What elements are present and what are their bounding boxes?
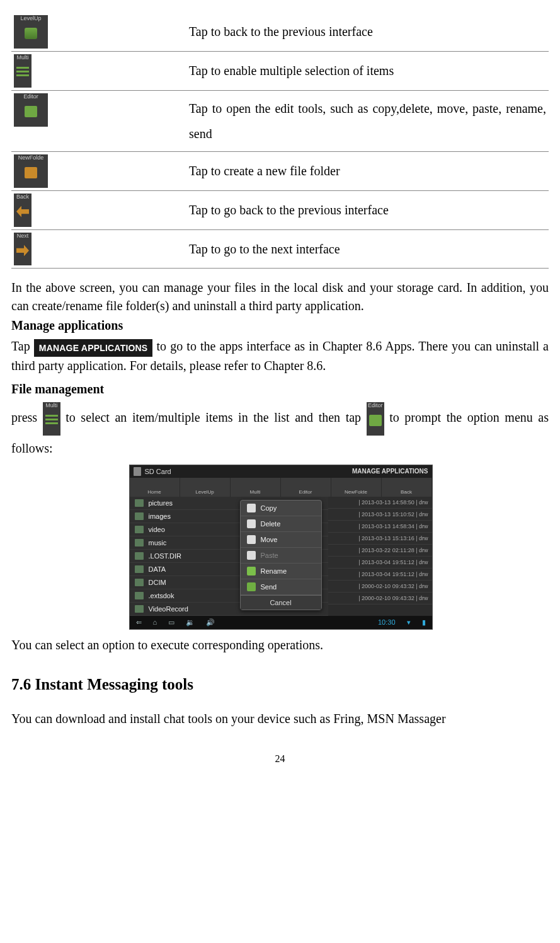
- toolbar-home[interactable]: Home: [130, 478, 180, 497]
- copy-icon: [247, 504, 256, 512]
- icon-description: Tap to enable multiple selection of item…: [186, 51, 549, 90]
- mid-text: to select an item/multiple items in the …: [66, 410, 366, 424]
- menu-label: Move: [261, 536, 278, 543]
- file-name: DATA: [149, 565, 166, 573]
- file-name: DCIM: [149, 579, 166, 586]
- file-meta: | 2013-03-04 19:51:12 | drw: [328, 557, 432, 569]
- back-icon: Back: [14, 194, 31, 227]
- shot-topbar: SD Card MANAGE APPLICATIONS: [130, 465, 432, 478]
- icon-label: Next: [14, 233, 31, 240]
- table-row: MultiTap to enable multiple selection of…: [11, 51, 549, 90]
- folder-icon: [135, 579, 144, 586]
- last-paragraph: You can download and install chat tools …: [11, 710, 549, 728]
- manage-apps-paragraph: Tap MANAGE APPLICATIONS to go to the app…: [11, 337, 549, 375]
- delete-icon: [247, 519, 256, 528]
- menu-item-delete[interactable]: Delete: [241, 516, 321, 532]
- editor-icon: Editor: [367, 402, 384, 436]
- icon-label: Multi: [14, 54, 31, 61]
- levelup-icon: LevelUp: [14, 15, 48, 49]
- send-icon: [247, 582, 256, 591]
- menu-label: Rename: [261, 567, 287, 575]
- folder-icon: [135, 539, 144, 547]
- next-icon: Next: [14, 233, 31, 266]
- manage-apps-heading: Manage applications: [11, 318, 123, 332]
- folder-icon: [135, 552, 144, 560]
- folder-icon: [135, 499, 144, 507]
- file-name: .LOST.DIR: [149, 552, 182, 560]
- wifi-icon: ▾: [407, 618, 411, 627]
- topbar-title: SD Card: [145, 468, 171, 475]
- nav-vol-up-icon[interactable]: 🔊: [206, 618, 215, 627]
- menu-item-move[interactable]: Move: [241, 532, 321, 548]
- table-row: BackTap to go back to the previous inter…: [11, 190, 549, 229]
- toolbar-multi[interactable]: Multi: [231, 478, 281, 497]
- nav-vol-down-icon[interactable]: 🔉: [186, 618, 195, 627]
- file-meta: | 2000-02-10 09:43:32 | drw: [328, 593, 432, 605]
- paste-icon: [247, 551, 256, 560]
- file-name: video: [149, 526, 165, 533]
- nav-recent-icon[interactable]: ▭: [168, 618, 174, 627]
- manage-applications-button[interactable]: MANAGE APPLICATIONS: [34, 339, 153, 357]
- file-meta: | 2000-02-10 09:43:32 | drw: [328, 581, 432, 593]
- shot-meta-list: | 2013-03-13 14:58:50 | drw| 2013-03-13 …: [328, 497, 432, 616]
- menu-item-paste: Paste: [241, 548, 321, 564]
- sd-card-icon: [134, 467, 141, 476]
- folder-icon: [135, 565, 144, 573]
- toolbar-editor[interactable]: Editor: [281, 478, 331, 497]
- icon-label: LevelUp: [14, 15, 48, 22]
- menu-label: Paste: [261, 552, 278, 559]
- menu-item-rename[interactable]: Rename: [241, 564, 321, 579]
- menu-label: Copy: [261, 504, 277, 512]
- topbar-manage-apps[interactable]: MANAGE APPLICATIONS: [352, 468, 428, 475]
- file-name: pictures: [149, 499, 173, 507]
- file-meta: | 2013-03-04 19:51:12 | drw: [328, 569, 432, 581]
- file-management-paragraph: press Multi to select an item/multiple i…: [11, 402, 549, 461]
- table-row: NextTap to go to the next interface: [11, 229, 549, 269]
- section-heading-7-6: 7.6 Instant Messaging tools: [11, 676, 549, 693]
- press-text: press: [11, 410, 43, 424]
- folder-icon: [135, 512, 144, 520]
- icon-label: Editor: [14, 93, 48, 100]
- intro-paragraph: In the above screen, you can manage your…: [11, 279, 549, 315]
- nav-back-icon[interactable]: ⇐: [136, 618, 142, 627]
- menu-cancel-button[interactable]: Cancel: [241, 595, 321, 610]
- screenshot-figure: SD Card MANAGE APPLICATIONS HomeLevelUpM…: [129, 465, 431, 630]
- menu-item-send[interactable]: Send: [241, 579, 321, 595]
- file-meta: | 2013-03-22 02:11:28 | drw: [328, 545, 432, 557]
- multi-icon: Multi: [43, 402, 60, 436]
- nav-home-icon[interactable]: ⌂: [153, 618, 157, 626]
- toolbar-levelup[interactable]: LevelUp: [180, 478, 231, 497]
- file-management-heading: File management: [11, 382, 104, 396]
- toolbar-back[interactable]: Back: [382, 478, 432, 497]
- table-row: NewFoldeTap to create a new file folder: [11, 151, 549, 190]
- status-clock: 10:30: [378, 618, 396, 626]
- after-screenshot-text: You can select an option to execute corr…: [11, 636, 549, 654]
- icon-label: Back: [14, 194, 31, 200]
- menu-label: Send: [261, 583, 277, 591]
- file-name: images: [149, 512, 171, 520]
- newfolde-icon: NewFolde: [14, 154, 48, 188]
- menu-item-copy[interactable]: Copy: [241, 500, 321, 516]
- file-name: music: [149, 539, 167, 547]
- shot-navbar: ⇐ ⌂ ▭ 🔉 🔊 10:30 ▾ ▮: [130, 616, 432, 629]
- toolbar-newfolde[interactable]: NewFolde: [331, 478, 382, 497]
- menu-label: Delete: [261, 520, 281, 528]
- move-icon: [247, 535, 256, 544]
- editor-icon: Editor: [14, 93, 48, 127]
- battery-icon: ▮: [422, 618, 426, 627]
- rename-icon: [247, 567, 256, 576]
- icon-label: NewFolde: [14, 154, 48, 161]
- tap-text: Tap: [11, 339, 34, 353]
- icon-description: Tap to back to the previous interface: [186, 13, 549, 51]
- file-meta: | 2013-03-13 15:10:52 | drw: [328, 509, 432, 521]
- file-meta: | 2013-03-13 14:58:34 | drw: [328, 521, 432, 533]
- folder-icon: [135, 592, 144, 599]
- table-row: EditorTap to open the edit tools, such a…: [11, 90, 549, 151]
- shot-toolbar: HomeLevelUpMultiEditorNewFoldeBack: [130, 478, 432, 497]
- icon-description-table: LevelUpTap to back to the previous inter…: [11, 13, 549, 269]
- icon-description: Tap to open the edit tools, such as copy…: [186, 90, 549, 151]
- icon-description: Tap to go back to the previous interface: [186, 190, 549, 229]
- folder-icon: [135, 605, 144, 613]
- icon-description: Tap to go to the next interface: [186, 229, 549, 269]
- page-number: 24: [11, 753, 549, 765]
